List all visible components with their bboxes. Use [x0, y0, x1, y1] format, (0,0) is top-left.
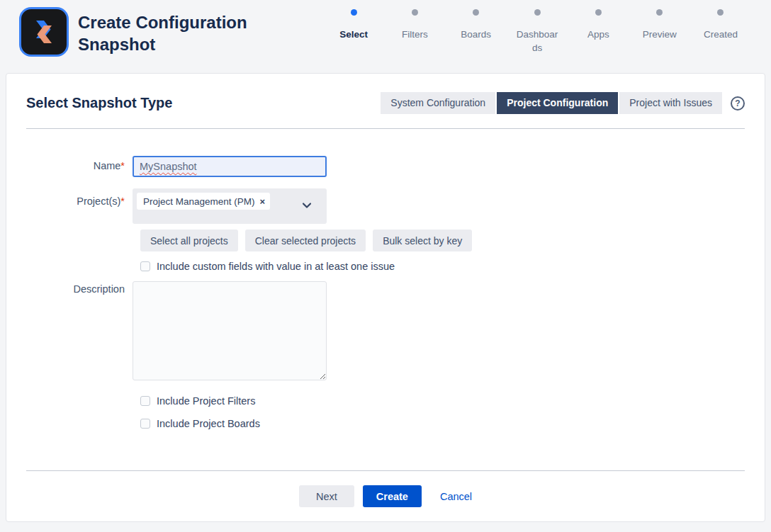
project-chip: Project Management (PM) ×	[137, 193, 270, 210]
project-filters-checkbox[interactable]	[140, 396, 150, 406]
step-dot	[534, 9, 541, 16]
cancel-link[interactable]: Cancel	[440, 491, 472, 502]
step-dot	[595, 9, 602, 16]
snapshot-type-tabs: System Configuration Project Configurati…	[381, 92, 722, 114]
panel-heading: Select Snapshot Type	[26, 95, 172, 111]
custom-fields-checkbox-row[interactable]: Include custom fields with value in at l…	[140, 261, 765, 272]
step-dot	[473, 9, 479, 16]
projects-row: Project(s)* Project Management (PM) ×	[26, 188, 765, 224]
head-divider	[26, 128, 745, 129]
description-row: Description	[26, 281, 765, 383]
step-boards[interactable]: Boards	[446, 7, 507, 55]
name-input[interactable]: MySnapshot	[133, 156, 327, 177]
project-boards-checkbox[interactable]	[140, 419, 150, 429]
wizard-stepper: Select Filters Boards Dashboards Apps Pr…	[323, 7, 751, 55]
step-dot	[412, 9, 418, 16]
chip-remove-icon[interactable]: ×	[260, 196, 266, 207]
step-preview[interactable]: Preview	[629, 7, 690, 55]
custom-fields-checkbox[interactable]	[140, 261, 150, 271]
create-button[interactable]: Create	[363, 485, 422, 507]
step-select[interactable]: Select	[323, 7, 384, 55]
step-created[interactable]: Created	[690, 7, 751, 55]
projects-multiselect[interactable]: Project Management (PM) ×	[133, 188, 327, 224]
next-button[interactable]: Next	[299, 485, 354, 507]
help-icon[interactable]: ?	[731, 96, 745, 111]
projects-label: Project(s)*	[26, 188, 133, 224]
bulk-select-by-key-button[interactable]: Bulk select by key	[373, 230, 472, 251]
snapshot-panel: Select Snapshot Type System Configuratio…	[6, 73, 765, 522]
project-actions: Select all projects Clear selected proje…	[140, 230, 765, 251]
required-asterisk: *	[120, 196, 125, 207]
project-boards-checkbox-label: Include Project Boards	[157, 418, 260, 429]
step-filters[interactable]: Filters	[384, 7, 445, 55]
step-apps[interactable]: Apps	[568, 7, 629, 55]
snapshot-form: Name* MySnapshot Project(s)* Project Man…	[6, 156, 765, 429]
project-chip-label: Project Management (PM)	[143, 196, 255, 207]
wizard-footer: Next Create Cancel	[26, 470, 745, 521]
tab-project-configuration[interactable]: Project Configuration	[497, 92, 618, 114]
page-header: Create Configuration Snapshot Select Fil…	[0, 0, 771, 71]
required-asterisk: *	[120, 160, 125, 171]
app-logo	[19, 7, 69, 57]
select-all-projects-button[interactable]: Select all projects	[140, 230, 238, 251]
name-input-value: MySnapshot	[140, 161, 197, 172]
custom-fields-checkbox-label: Include custom fields with value in at l…	[157, 261, 395, 272]
description-textarea[interactable]	[133, 281, 327, 380]
clear-selected-projects-button[interactable]: Clear selected projects	[245, 230, 366, 251]
tab-project-with-issues[interactable]: Project with Issues	[619, 92, 722, 114]
project-filters-checkbox-row[interactable]: Include Project Filters	[140, 395, 765, 407]
name-row: Name* MySnapshot	[26, 156, 765, 177]
step-dashboards[interactable]: Dashboards	[507, 7, 568, 55]
tab-system-configuration[interactable]: System Configuration	[381, 92, 495, 114]
page-title: Create Configuration Snapshot	[78, 11, 259, 55]
description-label: Description	[26, 281, 133, 383]
chevron-down-icon[interactable]	[303, 203, 311, 208]
step-dot	[717, 9, 724, 16]
step-dot	[656, 9, 663, 16]
snapshot-arrows-icon	[27, 15, 61, 49]
project-filters-checkbox-label: Include Project Filters	[157, 395, 255, 407]
project-boards-checkbox-row[interactable]: Include Project Boards	[140, 418, 765, 429]
name-label: Name*	[26, 156, 133, 177]
step-dot-active	[351, 9, 357, 16]
